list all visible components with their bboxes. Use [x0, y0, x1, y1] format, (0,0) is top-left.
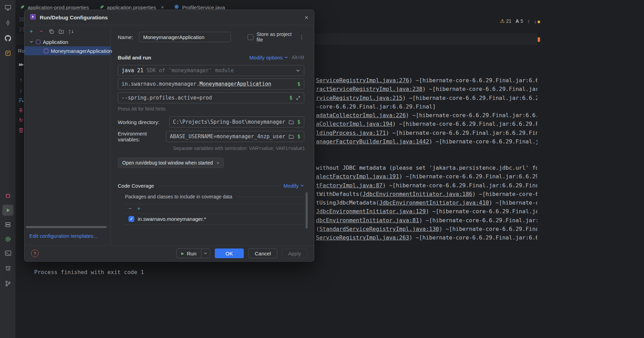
- coverage-item-checkbox[interactable]: ✓: [128, 216, 134, 222]
- program-arguments-input[interactable]: --spring.profiles.active=prod $: [118, 92, 304, 103]
- warning-stripe-mark[interactable]: [538, 21, 540, 23]
- stacktrace-link[interactable]: ServiceRegistryImpl.java:276: [316, 77, 409, 84]
- clear-all-icon[interactable]: [18, 126, 24, 133]
- chevron-down-icon: [284, 55, 288, 59]
- notifications-bell-icon[interactable]: [3, 263, 13, 273]
- pin-icon[interactable]: [18, 107, 24, 114]
- stacktrace-link[interactable]: adataCollectorImpl.java:226: [316, 112, 406, 119]
- name-label: Name:: [118, 34, 139, 40]
- chevron-down-icon[interactable]: [296, 68, 300, 73]
- environment-variables-input[interactable]: ABASE_USERNAME=moneymanager_4nzp_user $: [166, 131, 304, 142]
- name-input[interactable]: MoneymanagerApplication: [139, 32, 231, 42]
- stacktrace-link[interactable]: anagerFactoryBuilderImpl.java:1442: [316, 138, 429, 145]
- console-line: (StandardServiceRegistryImpl.java:130) ~…: [316, 225, 537, 233]
- run-options-chevron[interactable]: [201, 249, 210, 258]
- name-row: Name: MoneymanagerApplication Store as p…: [118, 32, 304, 42]
- prev-problem-icon[interactable]: ↑: [527, 18, 530, 24]
- coverage-table-row[interactable]: ✓ in.swarnavo.moneymanager.*: [125, 214, 304, 224]
- editor-tab-application-prod-properties[interactable]: application-prod.properties: [20, 4, 89, 10]
- expand-field-icon[interactable]: [296, 96, 300, 100]
- stacktrace-link[interactable]: JdbcEnvironmentInitiator.java:186: [363, 191, 472, 197]
- insert-macro-icon[interactable]: $: [297, 119, 300, 125]
- main-class-value: in.swarnavo.moneymanager.MoneymanagerApp…: [122, 81, 294, 87]
- down-stacktrace-icon[interactable]: ↓: [18, 86, 24, 93]
- weak-warnings-indicator[interactable]: A 5: [516, 18, 523, 24]
- stacktrace-link[interactable]: dbcEnvironmentInitiator.java:81: [316, 217, 419, 224]
- github-icon[interactable]: [3, 33, 13, 43]
- up-stacktrace-icon[interactable]: ↑: [18, 76, 24, 83]
- tree-group-application[interactable]: Application: [25, 37, 110, 46]
- browse-env-icon[interactable]: [289, 134, 294, 139]
- remove-configuration-icon[interactable]: −: [38, 29, 44, 35]
- run-toolwindow-button[interactable]: [2, 205, 13, 216]
- new-folder-icon[interactable]: [58, 29, 64, 35]
- svg-text:Z: Z: [69, 31, 70, 34]
- stacktrace-link[interactable]: ServiceRegistryImpl.java:263: [316, 234, 409, 241]
- tree-item-label: MoneymanagerApplication: [51, 48, 112, 54]
- chevron-down-icon[interactable]: [29, 40, 33, 44]
- stacktrace-link[interactable]: JdbcEnvironmentInitiator.java:410: [379, 199, 489, 206]
- browse-folder-icon[interactable]: [289, 120, 294, 124]
- insert-macro-icon[interactable]: $: [289, 95, 292, 101]
- apply-button[interactable]: Apply: [282, 248, 307, 258]
- settings-gear-icon[interactable]: [3, 234, 13, 244]
- tab-close-icon[interactable]: ×: [161, 4, 164, 10]
- coverage-modify-link[interactable]: Modify: [283, 183, 304, 189]
- stacktrace-link[interactable]: rviceRegistryImpl.java:215: [316, 95, 402, 101]
- stacktrace-link[interactable]: StandardServiceRegistryImpl.java:130: [319, 226, 439, 232]
- stacktrace-link[interactable]: tFactoryImpl.java:87: [316, 182, 383, 189]
- console-line: tFactoryImpl.java:87) ~[hibernate-core-6…: [316, 181, 537, 190]
- stacktrace-link[interactable]: alectFactoryImpl.java:191: [316, 173, 399, 180]
- dialog-close-icon[interactable]: ×: [305, 14, 308, 21]
- stacktrace-link[interactable]: ractServiceRegistryImpl.java:238: [316, 86, 422, 92]
- tab-label: ProfileService.java: [182, 4, 225, 10]
- check-icon: ✓: [130, 217, 133, 221]
- working-directory-input[interactable]: C:\Projects\Spring-Boot\moneymanager $: [169, 116, 304, 128]
- form-vertical-scrollbar[interactable]: [306, 192, 308, 228]
- services-icon[interactable]: [3, 48, 13, 58]
- add-configuration-icon[interactable]: +: [28, 29, 34, 35]
- jdk-value: java 21: [122, 67, 143, 74]
- problems-bug-icon[interactable]: [3, 191, 13, 200]
- modify-options-link[interactable]: Modify options: [249, 55, 288, 60]
- kebab-menu-icon[interactable]: ⋮: [299, 34, 304, 40]
- main-class-input[interactable]: in.swarnavo.moneymanager.MoneymanagerApp…: [118, 78, 304, 90]
- cancel-button[interactable]: Cancel: [248, 248, 278, 258]
- jdk-combobox[interactable]: java 21 SDK of 'moneymanager' module: [118, 65, 304, 76]
- ok-button[interactable]: OK: [215, 248, 244, 258]
- rerun-icon[interactable]: ▶▶: [18, 61, 24, 68]
- insert-macro-icon[interactable]: $: [297, 133, 300, 140]
- edit-templates-link[interactable]: Edit configuration templates...: [29, 233, 98, 239]
- terminal-icon[interactable]: [3, 248, 13, 258]
- project-monitor-icon[interactable]: [3, 3, 13, 12]
- store-as-project-file-checkbox[interactable]: [248, 34, 253, 40]
- configuration-icon: [44, 49, 48, 53]
- stacktrace-link[interactable]: JdbcEnvironmentInitiator.java:129: [316, 208, 426, 215]
- build-stack-icon[interactable]: [3, 220, 13, 229]
- sort-alphabetically-icon[interactable]: AZ: [68, 29, 74, 35]
- stacktrace-link[interactable]: ldingProcess.java:171: [316, 130, 386, 136]
- coverage-add-icon[interactable]: +: [137, 206, 140, 212]
- warnings-indicator[interactable]: ⚠ 21: [500, 18, 511, 24]
- dialog-title: Run/Debug Configurations: [40, 15, 108, 21]
- coverage-remove-icon[interactable]: −: [128, 206, 132, 212]
- chip-close-icon[interactable]: ×: [217, 160, 219, 166]
- insert-macro-icon[interactable]: $: [297, 81, 300, 87]
- tree-item-moneymanagerapplication[interactable]: MoneymanagerApplication: [25, 46, 110, 55]
- copy-configuration-icon[interactable]: [48, 29, 54, 35]
- stacktrace-link[interactable]: aCollectorImpl.java:194: [316, 121, 393, 127]
- coverage-sub-header-row: Packages and classes to include in cover…: [125, 194, 304, 199]
- error-stripe-mark[interactable]: [538, 37, 540, 42]
- git-branch-icon[interactable]: [3, 279, 13, 288]
- commit-icon[interactable]: [3, 18, 13, 28]
- restart-icon[interactable]: ↻: [18, 117, 24, 124]
- editor-tab-application-properties[interactable]: application.properties ×: [99, 4, 164, 10]
- open-run-tool-window-chip[interactable]: Open run/debug tool window when started …: [118, 158, 224, 168]
- run-button[interactable]: ▶ Run: [177, 249, 201, 258]
- help-icon[interactable]: ?: [31, 250, 39, 257]
- editor-error-stripe[interactable]: [537, 14, 540, 338]
- tree-horizontal-scrollbar[interactable]: [26, 226, 107, 228]
- softwrap-icon[interactable]: [18, 97, 24, 104]
- next-problem-icon[interactable]: ↓: [534, 18, 537, 24]
- tree-group-label: Application: [43, 39, 68, 45]
